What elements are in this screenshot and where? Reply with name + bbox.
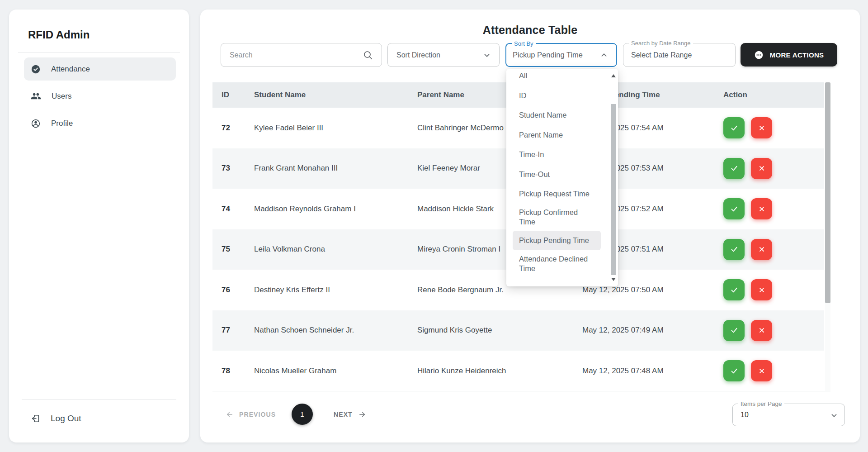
chevron-up-icon xyxy=(599,50,609,60)
approve-button[interactable] xyxy=(723,158,745,179)
decline-button[interactable] xyxy=(751,320,772,341)
decline-button[interactable] xyxy=(751,239,772,260)
cell-id: 77 xyxy=(212,326,246,335)
chevron-down-icon xyxy=(829,410,839,420)
cell-parent: Hilario Kunze Heidenreich xyxy=(409,366,574,376)
previous-label: PREVIOUS xyxy=(239,411,276,418)
cell-student: Kylee Fadel Beier III xyxy=(246,124,409,133)
arrow-right-icon xyxy=(358,410,367,419)
menu-item-attendance-declined-time[interactable]: Attendance Declined Time xyxy=(506,251,618,277)
next-page-button[interactable]: NEXT xyxy=(334,404,367,425)
previous-page-button[interactable]: PREVIOUS xyxy=(225,404,276,425)
sidebar-item-attendance[interactable]: Attendance xyxy=(24,57,176,81)
page-number-button[interactable]: 1 xyxy=(292,404,313,425)
approve-button[interactable] xyxy=(723,360,745,381)
cell-id: 74 xyxy=(212,205,246,214)
cell-id: 73 xyxy=(212,164,246,173)
logout-label: Log Out xyxy=(51,414,81,423)
cell-student: Nicolas Mueller Graham xyxy=(246,366,409,376)
approve-button[interactable] xyxy=(723,320,745,341)
search-placeholder: Search xyxy=(230,51,253,59)
decline-button[interactable] xyxy=(751,117,772,138)
scroll-down-arrow[interactable] xyxy=(611,278,616,281)
items-per-page-select[interactable]: Items per Page 10 xyxy=(732,404,845,426)
sort-by-value: Pickup Pending Time xyxy=(513,51,583,59)
divider xyxy=(18,52,180,52)
sort-by-dropdown: All ID Student Name Parent Name Time-In … xyxy=(506,69,618,286)
sidebar-item-profile[interactable]: Profile xyxy=(24,112,176,135)
cell-id: 78 xyxy=(212,366,246,376)
cell-student: Maddison Reynolds Graham I xyxy=(246,205,409,214)
dropdown-scrollbar[interactable] xyxy=(610,71,617,284)
approve-button[interactable] xyxy=(723,239,745,260)
date-range-value: Select Date Range xyxy=(631,51,692,59)
table-scrollbar[interactable] xyxy=(825,82,830,391)
cell-time: May 12, 2025 07:48 AM xyxy=(574,366,714,376)
col-id: ID xyxy=(212,90,246,100)
items-per-page-value: 10 xyxy=(741,411,749,419)
logout-icon xyxy=(31,414,41,423)
more-actions-label: MORE ACTIONS xyxy=(770,51,824,59)
cell-time: May 12, 2025 07:49 AM xyxy=(574,326,714,335)
decline-button[interactable] xyxy=(751,279,772,300)
cell-id: 75 xyxy=(212,245,246,254)
sort-direction-select[interactable]: Sort Direction xyxy=(387,43,500,67)
scrollbar-thumb[interactable] xyxy=(611,104,616,275)
search-input[interactable]: Search xyxy=(221,43,382,67)
table-row: 78 Nicolas Mueller Graham Hilario Kunze … xyxy=(212,351,824,391)
cell-id: 72 xyxy=(212,124,246,133)
check-circle-icon xyxy=(31,64,41,74)
cell-parent: Rene Bode Bergnaum Jr. xyxy=(409,285,574,295)
page-number: 1 xyxy=(300,410,304,418)
page-title: Attendance Table xyxy=(200,24,860,36)
search-icon xyxy=(363,50,373,61)
sidebar-item-users[interactable]: Users xyxy=(24,85,176,108)
sort-direction-value: Sort Direction xyxy=(396,51,440,59)
cell-student: Leila Volkman Crona xyxy=(246,245,409,254)
col-action: Action xyxy=(714,90,824,100)
items-per-page-label: Items per Page xyxy=(738,400,784,407)
sidebar-item-label: Attendance xyxy=(51,65,90,74)
person-circle-icon xyxy=(31,119,41,128)
menu-item-student-name[interactable]: Student Name xyxy=(506,105,618,125)
menu-item-time-out[interactable]: Time-Out xyxy=(506,165,618,185)
more-actions-button[interactable]: MORE ACTIONS xyxy=(741,43,837,67)
sidebar-item-label: Users xyxy=(52,92,71,101)
menu-item-time-in[interactable]: Time-In xyxy=(506,145,618,165)
approve-button[interactable] xyxy=(723,198,745,219)
approve-button[interactable] xyxy=(723,279,745,300)
scrollbar-thumb[interactable] xyxy=(825,82,830,303)
cell-time: May 12, 2025 07:50 AM xyxy=(574,285,714,295)
scroll-up-arrow[interactable] xyxy=(611,74,616,77)
approve-button[interactable] xyxy=(723,117,745,138)
decline-button[interactable] xyxy=(751,198,772,219)
sort-by-select[interactable]: Sort By Pickup Pending Time xyxy=(505,43,617,67)
arrow-left-icon xyxy=(225,410,234,419)
menu-item-pickup-request-time[interactable]: Pickup Request Time xyxy=(506,184,618,204)
divider xyxy=(22,399,176,400)
people-icon xyxy=(31,91,41,101)
decline-button[interactable] xyxy=(751,158,772,179)
ellipsis-circle-icon xyxy=(754,50,764,60)
menu-item-all[interactable]: All xyxy=(506,69,618,86)
chevron-down-icon xyxy=(482,50,492,60)
cell-student: Nathan Schoen Schneider Jr. xyxy=(246,326,409,335)
table-row: 77 Nathan Schoen Schneider Jr. Sigmund K… xyxy=(212,310,824,351)
sidebar: RFID Admin Attendance Users Profile Log … xyxy=(9,10,189,442)
col-student-name: Student Name xyxy=(246,90,409,100)
cell-parent: Sigmund Kris Goyette xyxy=(409,326,574,335)
cell-id: 76 xyxy=(212,285,246,295)
menu-item-pickup-confirmed-time[interactable]: Pickup Confirmed Time xyxy=(506,204,618,230)
next-label: NEXT xyxy=(334,411,353,418)
app-title: RFID Admin xyxy=(28,29,90,41)
date-range-input[interactable]: Search by Date Range Select Date Range xyxy=(623,43,736,67)
menu-item-pickup-pending-time[interactable]: Pickup Pending Time xyxy=(513,231,601,251)
sort-by-label: Sort By xyxy=(512,40,536,47)
table-bottom-border xyxy=(212,391,830,391)
menu-item-id[interactable]: ID xyxy=(506,86,618,106)
logout-button[interactable]: Log Out xyxy=(31,408,81,429)
decline-button[interactable] xyxy=(751,360,772,381)
cell-student: Frank Grant Monahan III xyxy=(246,164,409,173)
menu-item-parent-name[interactable]: Parent Name xyxy=(506,125,618,145)
cell-student: Destiney Kris Effertz II xyxy=(246,285,409,295)
